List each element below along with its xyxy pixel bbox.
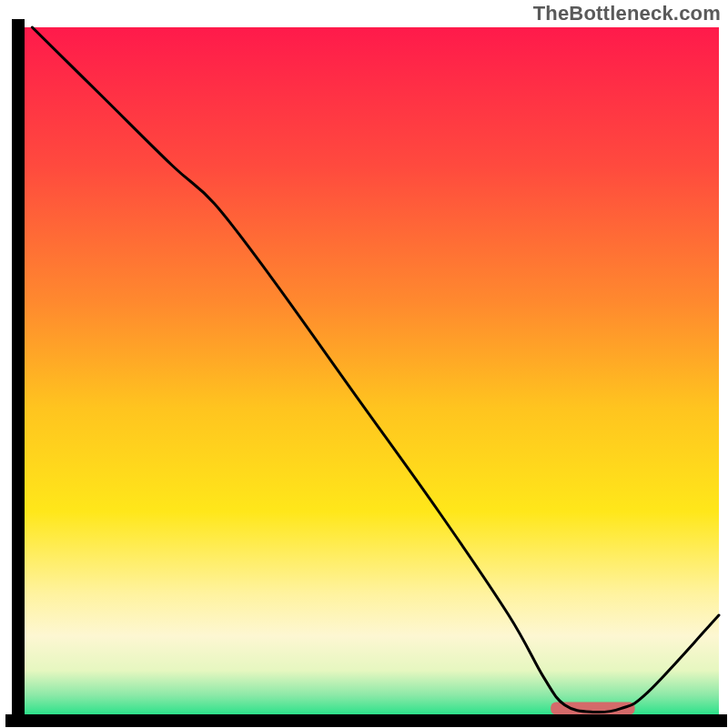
gradient-background (18, 27, 719, 719)
plot-area (18, 27, 719, 719)
bottleneck-chart (0, 0, 728, 728)
chart-container: TheBottleneck.com (0, 0, 728, 728)
